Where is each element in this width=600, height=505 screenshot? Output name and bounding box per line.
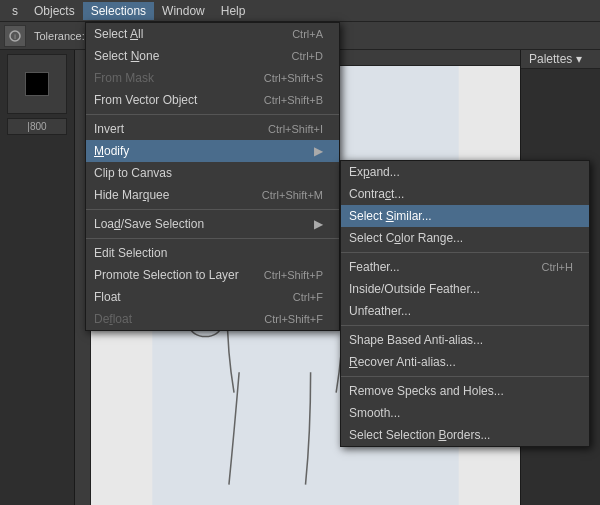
- ruler-indicator: |800: [7, 118, 67, 135]
- menu-load-save[interactable]: Load/Save Selection ▶: [86, 213, 339, 235]
- submenu-feather[interactable]: Feather... Ctrl+H: [341, 256, 589, 278]
- menu-from-vector[interactable]: From Vector Object Ctrl+Shift+B: [86, 89, 339, 111]
- sep-s2: [341, 325, 589, 326]
- menu-item-help[interactable]: Help: [213, 2, 254, 20]
- menu-item-objects[interactable]: Objects: [26, 2, 83, 20]
- menu-select-none[interactable]: Select None Ctrl+D: [86, 45, 339, 67]
- palettes-label: Palettes ▾: [529, 52, 582, 66]
- submenu-contract[interactable]: Contract...: [341, 183, 589, 205]
- submenu-remove-specks[interactable]: Remove Specks and Holes...: [341, 380, 589, 402]
- menu-item-selections[interactable]: Selections: [83, 2, 154, 20]
- selections-dropdown: Select All Ctrl+A Select None Ctrl+D Fro…: [85, 22, 340, 331]
- menu-defloat: Defloat Ctrl+Shift+F: [86, 308, 339, 330]
- submenu-select-color-range[interactable]: Select Color Range...: [341, 227, 589, 249]
- submenu-select-borders[interactable]: Select Selection Borders...: [341, 424, 589, 446]
- tool-icon-1[interactable]: i: [4, 25, 26, 47]
- menu-modify[interactable]: Modify ▶: [86, 140, 339, 162]
- submenu-shape-antialias[interactable]: Shape Based Anti-alias...: [341, 329, 589, 351]
- svg-text:i: i: [14, 33, 16, 40]
- menu-promote[interactable]: Promote Selection to Layer Ctrl+Shift+P: [86, 264, 339, 286]
- submenu-smooth[interactable]: Smooth...: [341, 402, 589, 424]
- sep-3: [86, 238, 339, 239]
- sep-s1: [341, 252, 589, 253]
- submenu-expand[interactable]: Expand...: [341, 161, 589, 183]
- menu-invert[interactable]: Invert Ctrl+Shift+I: [86, 118, 339, 140]
- submenu-recover-antialias[interactable]: Recover Anti-alias...: [341, 351, 589, 373]
- menu-clip-to-canvas[interactable]: Clip to Canvas: [86, 162, 339, 184]
- submenu-unfeather[interactable]: Unfeather...: [341, 300, 589, 322]
- menu-hide-marquee[interactable]: Hide Marquee Ctrl+Shift+M: [86, 184, 339, 206]
- menubar: s Objects Selections Window Help: [0, 0, 600, 22]
- menu-edit-selection[interactable]: Edit Selection: [86, 242, 339, 264]
- palettes-bar[interactable]: Palettes ▾: [521, 50, 600, 69]
- menu-from-mask: From Mask Ctrl+Shift+S: [86, 67, 339, 89]
- submenu-select-similar[interactable]: Select Similar...: [341, 205, 589, 227]
- tolerance-label: Tolerance:: [34, 30, 85, 42]
- submenu-inside-outside-feather[interactable]: Inside/Outside Feather...: [341, 278, 589, 300]
- left-panel: |800: [0, 50, 75, 505]
- sep-2: [86, 209, 339, 210]
- modify-submenu: Expand... Contract... Select Similar... …: [340, 160, 590, 447]
- menu-item-s[interactable]: s: [4, 2, 26, 20]
- color-swatch[interactable]: [7, 54, 67, 114]
- sep-s3: [341, 376, 589, 377]
- sep-1: [86, 114, 339, 115]
- menu-item-window[interactable]: Window: [154, 2, 213, 20]
- menu-select-all[interactable]: Select All Ctrl+A: [86, 23, 339, 45]
- menu-float[interactable]: Float Ctrl+F: [86, 286, 339, 308]
